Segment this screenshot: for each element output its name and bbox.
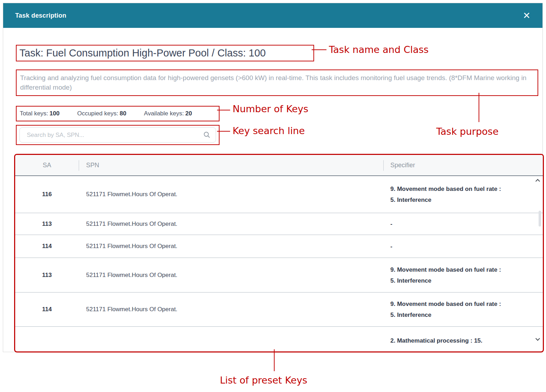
- available-keys-value: 20: [185, 110, 192, 117]
- modal-header: Task description ✕: [3, 3, 542, 28]
- page: Task description ✕ Task: Fuel Consumptio…: [0, 0, 546, 392]
- cell-specifier: 9. Movement mode based on fuel rate :5. …: [383, 183, 543, 205]
- task-title-box: Task: Fuel Consumption High-Power Pool /…: [16, 45, 314, 61]
- annotation-number-of-keys: Number of Keys: [233, 103, 308, 114]
- total-keys-label: Total keys:: [20, 110, 48, 117]
- table-row[interactable]: 2. Mathematical processing : 15.: [15, 327, 543, 352]
- table-header-row: SA SPN Specifier: [15, 155, 543, 176]
- annotation-line-task-name: [312, 49, 326, 50]
- task-title: Task: Fuel Consumption High-Power Pool /…: [19, 47, 266, 59]
- cell-spn: 521171 Flowmet.Hours Of Operat.: [79, 306, 383, 313]
- cell-sa: 116: [15, 191, 79, 198]
- annotation-list-of-preset-keys: List of preset Keys: [220, 375, 307, 386]
- occupied-keys-label: Occupied keys:: [77, 110, 118, 117]
- annotation-line-number-keys: [217, 110, 230, 110]
- cell-spn: 521171 Flowmet.Hours Of Operat.: [79, 191, 383, 198]
- annotation-line-key-search: [217, 131, 230, 132]
- search-annotation-box: [16, 125, 220, 145]
- search-icon: [203, 131, 210, 138]
- table-row[interactable]: 113 521171 Flowmet.Hours Of Operat. 9. M…: [15, 258, 543, 293]
- cell-sa: 113: [15, 221, 79, 228]
- cell-specifier: 9. Movement mode based on fuel rate :5. …: [383, 298, 543, 320]
- cell-specifier: 2. Mathematical processing : 15.: [383, 335, 543, 346]
- cell-spn: 521171 Flowmet.Hours Of Operat.: [79, 243, 383, 250]
- available-keys-label: Available keys:: [144, 110, 184, 117]
- cell-spn: 521171 Flowmet.Hours Of Operat.: [79, 272, 383, 279]
- column-header-spn[interactable]: SPN: [79, 162, 383, 169]
- task-description-modal: Task description ✕ Task: Fuel Consumptio…: [3, 3, 543, 352]
- cell-sa: 114: [15, 243, 79, 250]
- total-keys-stat: Total keys:100: [20, 110, 60, 117]
- cell-specifier: -: [383, 218, 543, 229]
- table-row[interactable]: 114 521171 Flowmet.Hours Of Operat. -: [15, 235, 543, 258]
- cell-sa: 113: [15, 272, 79, 279]
- cell-specifier: 9. Movement mode based on fuel rate :5. …: [383, 264, 543, 286]
- keys-stats-box: Total keys:100 Occupied keys:80 Availabl…: [16, 106, 220, 121]
- available-keys-stat: Available keys:20: [144, 110, 192, 117]
- annotation-task-purpose: Task purpose: [436, 126, 499, 137]
- cell-specifier: -: [383, 241, 543, 252]
- cell-spn: 521171 Flowmet.Hours Of Operat.: [79, 221, 383, 228]
- annotation-task-name: Task name and Class: [329, 44, 428, 55]
- total-keys-value: 100: [49, 110, 59, 117]
- annotation-line-task-purpose: [479, 93, 479, 122]
- table-body: 116 521171 Flowmet.Hours Of Operat. 9. M…: [15, 176, 543, 352]
- table-scrollbar-thumb[interactable]: [539, 211, 541, 227]
- search-input[interactable]: [19, 127, 216, 143]
- annotation-line-preset-keys: [274, 349, 275, 371]
- occupied-keys-value: 80: [120, 110, 126, 117]
- table-row[interactable]: 114 521171 Flowmet.Hours Of Operat. 9. M…: [15, 293, 543, 327]
- task-description-text: Tracking and analyzing fuel consumption …: [20, 73, 534, 92]
- column-header-sa[interactable]: SA: [15, 162, 79, 169]
- cell-sa: 114: [15, 306, 79, 313]
- preset-keys-table: SA SPN Specifier 116 521171 Flowmet.Hour…: [14, 154, 544, 352]
- occupied-keys-stat: Occupied keys:80: [77, 110, 126, 117]
- annotation-key-search-line: Key search line: [233, 125, 305, 136]
- modal-title: Task description: [15, 12, 66, 19]
- task-description-box: Tracking and analyzing fuel consumption …: [16, 70, 538, 96]
- column-header-specifier[interactable]: Specifier: [383, 162, 543, 169]
- table-row[interactable]: 113 521171 Flowmet.Hours Of Operat. -: [15, 213, 543, 235]
- close-icon[interactable]: ✕: [523, 11, 530, 20]
- table-row[interactable]: 116 521171 Flowmet.Hours Of Operat. 9. M…: [15, 176, 543, 213]
- search-wrap: [19, 127, 216, 143]
